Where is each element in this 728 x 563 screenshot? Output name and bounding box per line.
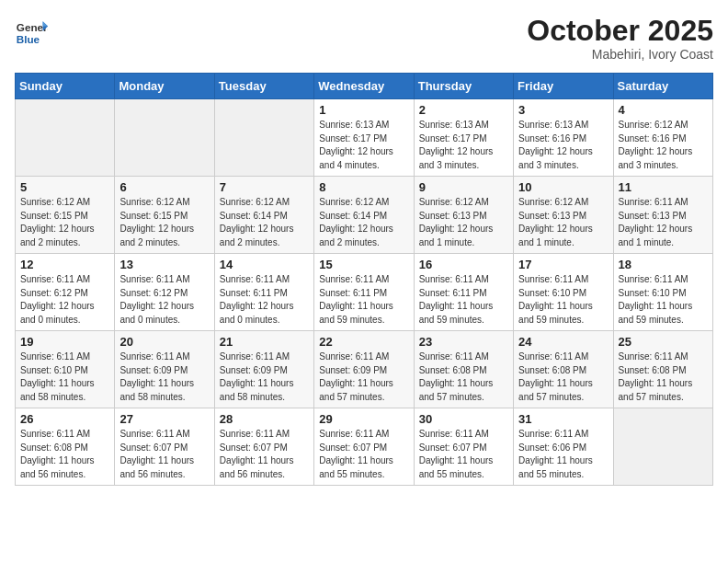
day-cell: 29Sunrise: 6:11 AM Sunset: 6:07 PM Dayli… (314, 408, 414, 486)
day-cell (613, 408, 712, 486)
week-row-1: 1Sunrise: 6:13 AM Sunset: 6:17 PM Daylig… (16, 99, 713, 177)
week-row-4: 19Sunrise: 6:11 AM Sunset: 6:10 PM Dayli… (16, 331, 713, 408)
day-number: 15 (319, 258, 408, 271)
day-cell: 5Sunrise: 6:12 AM Sunset: 6:15 PM Daylig… (16, 177, 115, 254)
day-cell (115, 99, 214, 177)
week-row-3: 12Sunrise: 6:11 AM Sunset: 6:12 PM Dayli… (16, 254, 713, 331)
day-number: 12 (20, 258, 109, 271)
day-cell: 30Sunrise: 6:11 AM Sunset: 6:07 PM Dayli… (414, 408, 513, 486)
day-number: 27 (119, 412, 209, 426)
day-number: 25 (619, 335, 708, 349)
logo-icon: General Blue (15, 15, 48, 48)
day-info: Sunrise: 6:11 AM Sunset: 6:08 PM Dayligh… (619, 350, 708, 404)
day-info: Sunrise: 6:12 AM Sunset: 6:14 PM Dayligh… (220, 196, 309, 249)
day-info: Sunrise: 6:12 AM Sunset: 6:16 PM Dayligh… (619, 119, 708, 172)
day-info: Sunrise: 6:11 AM Sunset: 6:06 PM Dayligh… (518, 428, 608, 481)
day-cell: 6Sunrise: 6:12 AM Sunset: 6:15 PM Daylig… (115, 177, 214, 254)
day-cell: 8Sunrise: 6:12 AM Sunset: 6:14 PM Daylig… (314, 177, 414, 254)
day-number: 3 (518, 103, 608, 117)
day-cell: 1Sunrise: 6:13 AM Sunset: 6:17 PM Daylig… (314, 99, 414, 177)
day-cell: 7Sunrise: 6:12 AM Sunset: 6:14 PM Daylig… (214, 177, 313, 254)
day-cell: 12Sunrise: 6:11 AM Sunset: 6:12 PM Dayli… (16, 254, 115, 331)
day-cell (16, 99, 115, 177)
day-number: 23 (419, 335, 508, 349)
day-info: Sunrise: 6:11 AM Sunset: 6:07 PM Dayligh… (119, 428, 209, 481)
day-cell: 3Sunrise: 6:13 AM Sunset: 6:16 PM Daylig… (514, 99, 613, 177)
calendar-table: SundayMondayTuesdayWednesdayThursdayFrid… (15, 73, 713, 486)
day-cell: 20Sunrise: 6:11 AM Sunset: 6:09 PM Dayli… (115, 331, 214, 408)
day-info: Sunrise: 6:11 AM Sunset: 6:07 PM Dayligh… (319, 428, 408, 481)
day-cell: 4Sunrise: 6:12 AM Sunset: 6:16 PM Daylig… (613, 99, 712, 177)
day-info: Sunrise: 6:11 AM Sunset: 6:09 PM Dayligh… (319, 350, 408, 404)
day-info: Sunrise: 6:12 AM Sunset: 6:15 PM Dayligh… (20, 196, 109, 249)
calendar-header-row: SundayMondayTuesdayWednesdayThursdayFrid… (16, 74, 713, 99)
day-info: Sunrise: 6:11 AM Sunset: 6:12 PM Dayligh… (20, 273, 109, 327)
day-cell: 24Sunrise: 6:11 AM Sunset: 6:08 PM Dayli… (514, 331, 613, 408)
day-number: 2 (419, 103, 508, 117)
day-cell: 26Sunrise: 6:11 AM Sunset: 6:08 PM Dayli… (16, 408, 115, 486)
day-cell: 22Sunrise: 6:11 AM Sunset: 6:09 PM Dayli… (314, 331, 414, 408)
day-info: Sunrise: 6:12 AM Sunset: 6:14 PM Dayligh… (319, 196, 408, 249)
day-info: Sunrise: 6:12 AM Sunset: 6:13 PM Dayligh… (518, 196, 608, 249)
day-info: Sunrise: 6:11 AM Sunset: 6:11 PM Dayligh… (319, 273, 408, 327)
header-monday: Monday (115, 74, 214, 99)
day-cell: 21Sunrise: 6:11 AM Sunset: 6:09 PM Dayli… (214, 331, 313, 408)
day-cell: 9Sunrise: 6:12 AM Sunset: 6:13 PM Daylig… (414, 177, 513, 254)
day-number: 16 (419, 258, 508, 271)
day-info: Sunrise: 6:13 AM Sunset: 6:17 PM Dayligh… (319, 119, 408, 172)
day-info: Sunrise: 6:12 AM Sunset: 6:13 PM Dayligh… (419, 196, 508, 249)
day-info: Sunrise: 6:11 AM Sunset: 6:10 PM Dayligh… (619, 273, 708, 327)
day-number: 7 (220, 180, 309, 194)
day-info: Sunrise: 6:12 AM Sunset: 6:15 PM Dayligh… (119, 196, 209, 249)
day-info: Sunrise: 6:11 AM Sunset: 6:10 PM Dayligh… (518, 273, 608, 327)
day-cell: 16Sunrise: 6:11 AM Sunset: 6:11 PM Dayli… (414, 254, 513, 331)
day-info: Sunrise: 6:11 AM Sunset: 6:10 PM Dayligh… (20, 350, 109, 404)
day-info: Sunrise: 6:11 AM Sunset: 6:08 PM Dayligh… (20, 428, 109, 481)
day-number: 30 (419, 412, 508, 426)
day-info: Sunrise: 6:11 AM Sunset: 6:11 PM Dayligh… (220, 273, 309, 327)
day-info: Sunrise: 6:11 AM Sunset: 6:09 PM Dayligh… (220, 350, 309, 404)
day-number: 11 (619, 180, 708, 194)
location-subtitle: Mabehiri, Ivory Coast (527, 47, 713, 62)
day-cell: 2Sunrise: 6:13 AM Sunset: 6:17 PM Daylig… (414, 99, 513, 177)
day-cell: 25Sunrise: 6:11 AM Sunset: 6:08 PM Dayli… (613, 331, 712, 408)
day-number: 21 (220, 335, 309, 349)
day-cell: 28Sunrise: 6:11 AM Sunset: 6:07 PM Dayli… (214, 408, 313, 486)
day-cell: 11Sunrise: 6:11 AM Sunset: 6:13 PM Dayli… (613, 177, 712, 254)
day-cell: 31Sunrise: 6:11 AM Sunset: 6:06 PM Dayli… (514, 408, 613, 486)
day-info: Sunrise: 6:11 AM Sunset: 6:12 PM Dayligh… (119, 273, 209, 327)
day-number: 13 (119, 258, 209, 271)
day-info: Sunrise: 6:11 AM Sunset: 6:13 PM Dayligh… (619, 196, 708, 249)
day-number: 5 (20, 180, 109, 194)
day-number: 22 (319, 335, 408, 349)
day-cell: 19Sunrise: 6:11 AM Sunset: 6:10 PM Dayli… (16, 331, 115, 408)
week-row-2: 5Sunrise: 6:12 AM Sunset: 6:15 PM Daylig… (16, 177, 713, 254)
day-info: Sunrise: 6:11 AM Sunset: 6:07 PM Dayligh… (419, 428, 508, 481)
day-cell: 15Sunrise: 6:11 AM Sunset: 6:11 PM Dayli… (314, 254, 414, 331)
day-number: 10 (518, 180, 608, 194)
day-number: 20 (119, 335, 209, 349)
day-cell: 18Sunrise: 6:11 AM Sunset: 6:10 PM Dayli… (613, 254, 712, 331)
header-tuesday: Tuesday (214, 74, 313, 99)
day-info: Sunrise: 6:13 AM Sunset: 6:16 PM Dayligh… (518, 119, 608, 172)
month-title: October 2025 (527, 15, 713, 47)
day-number: 4 (619, 103, 708, 117)
title-block: October 2025 Mabehiri, Ivory Coast (527, 15, 713, 62)
svg-text:Blue: Blue (17, 33, 40, 45)
day-number: 6 (119, 180, 209, 194)
day-number: 18 (619, 258, 708, 271)
day-number: 8 (319, 180, 408, 194)
week-row-5: 26Sunrise: 6:11 AM Sunset: 6:08 PM Dayli… (16, 408, 713, 486)
day-number: 14 (220, 258, 309, 271)
header-friday: Friday (514, 74, 613, 99)
day-info: Sunrise: 6:11 AM Sunset: 6:08 PM Dayligh… (518, 350, 608, 404)
day-number: 29 (319, 412, 408, 426)
day-cell: 14Sunrise: 6:11 AM Sunset: 6:11 PM Dayli… (214, 254, 313, 331)
day-cell: 27Sunrise: 6:11 AM Sunset: 6:07 PM Dayli… (115, 408, 214, 486)
day-number: 17 (518, 258, 608, 271)
header-saturday: Saturday (613, 74, 712, 99)
header-sunday: Sunday (16, 74, 115, 99)
day-cell: 17Sunrise: 6:11 AM Sunset: 6:10 PM Dayli… (514, 254, 613, 331)
day-info: Sunrise: 6:11 AM Sunset: 6:08 PM Dayligh… (419, 350, 508, 404)
day-info: Sunrise: 6:13 AM Sunset: 6:17 PM Dayligh… (419, 119, 508, 172)
